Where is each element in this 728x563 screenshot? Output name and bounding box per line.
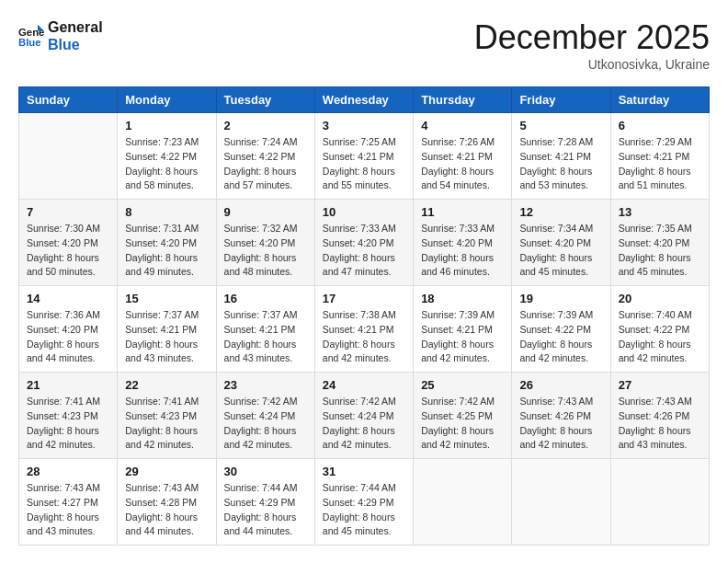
day-number: 12 (519, 205, 602, 219)
day-number: 21 (27, 378, 109, 392)
day-number: 2 (224, 119, 307, 132)
day-info: Sunrise: 7:43 AMSunset: 4:26 PMDaylight:… (519, 395, 602, 453)
calendar-cell: 3Sunrise: 7:25 AMSunset: 4:21 PMDaylight… (314, 113, 413, 200)
header: General Blue General Blue December 2025 … (18, 18, 710, 72)
day-number: 28 (27, 465, 109, 478)
calendar-cell: 27Sunrise: 7:43 AMSunset: 4:26 PMDayligh… (610, 373, 709, 459)
day-number: 9 (224, 205, 307, 219)
calendar-cell: 16Sunrise: 7:37 AMSunset: 4:21 PMDayligh… (216, 286, 314, 373)
calendar-cell: 12Sunrise: 7:34 AMSunset: 4:20 PMDayligh… (512, 200, 610, 286)
logo-blue: Blue (48, 36, 103, 53)
day-number: 14 (27, 292, 109, 305)
day-info: Sunrise: 7:39 AMSunset: 4:22 PMDaylight:… (519, 308, 602, 366)
calendar-cell (19, 113, 118, 200)
calendar-cell: 22Sunrise: 7:41 AMSunset: 4:23 PMDayligh… (118, 373, 216, 459)
calendar-subtitle: Utkonosivka, Ukraine (474, 57, 710, 72)
day-number: 4 (421, 119, 504, 132)
calendar-cell: 1Sunrise: 7:23 AMSunset: 4:22 PMDaylight… (118, 113, 216, 200)
calendar-table: SundayMondayTuesdayWednesdayThursdayFrid… (18, 86, 710, 546)
day-number: 26 (519, 378, 602, 392)
weekday-header-wednesday: Wednesday (314, 87, 413, 113)
day-info: Sunrise: 7:42 AMSunset: 4:25 PMDaylight:… (421, 395, 504, 453)
day-number: 11 (421, 205, 504, 219)
day-number: 1 (125, 119, 208, 132)
calendar-cell: 14Sunrise: 7:36 AMSunset: 4:20 PMDayligh… (19, 286, 118, 373)
day-number: 10 (323, 205, 405, 219)
calendar-week-row: 1Sunrise: 7:23 AMSunset: 4:22 PMDaylight… (19, 113, 710, 200)
day-number: 20 (619, 292, 701, 305)
day-info: Sunrise: 7:42 AMSunset: 4:24 PMDaylight:… (323, 395, 405, 453)
day-number: 19 (519, 292, 602, 305)
day-info: Sunrise: 7:44 AMSunset: 4:29 PMDaylight:… (323, 481, 405, 539)
day-info: Sunrise: 7:39 AMSunset: 4:21 PMDaylight:… (421, 308, 504, 366)
day-info: Sunrise: 7:40 AMSunset: 4:22 PMDaylight:… (619, 308, 701, 366)
logo: General Blue General Blue (18, 18, 103, 53)
weekday-header-row: SundayMondayTuesdayWednesdayThursdayFrid… (19, 87, 710, 113)
day-info: Sunrise: 7:37 AMSunset: 4:21 PMDaylight:… (125, 308, 208, 366)
calendar-cell: 20Sunrise: 7:40 AMSunset: 4:22 PMDayligh… (610, 286, 709, 373)
calendar-cell (610, 459, 709, 546)
weekday-header-saturday: Saturday (610, 87, 709, 113)
day-info: Sunrise: 7:33 AMSunset: 4:20 PMDaylight:… (323, 222, 405, 280)
weekday-header-friday: Friday (512, 87, 610, 113)
day-info: Sunrise: 7:37 AMSunset: 4:21 PMDaylight:… (224, 308, 307, 366)
day-info: Sunrise: 7:24 AMSunset: 4:22 PMDaylight:… (224, 135, 307, 193)
logo-icon: General Blue (18, 23, 44, 49)
calendar-cell: 24Sunrise: 7:42 AMSunset: 4:24 PMDayligh… (314, 373, 413, 459)
calendar-week-row: 7Sunrise: 7:30 AMSunset: 4:20 PMDaylight… (19, 200, 710, 286)
day-number: 29 (125, 465, 208, 478)
day-number: 13 (619, 205, 701, 219)
calendar-cell (414, 459, 512, 546)
calendar-cell: 8Sunrise: 7:31 AMSunset: 4:20 PMDaylight… (118, 200, 216, 286)
day-info: Sunrise: 7:43 AMSunset: 4:27 PMDaylight:… (27, 481, 109, 539)
calendar-cell: 25Sunrise: 7:42 AMSunset: 4:25 PMDayligh… (414, 373, 512, 459)
day-number: 30 (224, 465, 307, 478)
day-info: Sunrise: 7:29 AMSunset: 4:21 PMDaylight:… (619, 135, 701, 193)
day-number: 5 (519, 119, 602, 132)
calendar-cell: 26Sunrise: 7:43 AMSunset: 4:26 PMDayligh… (512, 373, 610, 459)
calendar-cell: 15Sunrise: 7:37 AMSunset: 4:21 PMDayligh… (118, 286, 216, 373)
day-info: Sunrise: 7:33 AMSunset: 4:20 PMDaylight:… (421, 222, 504, 280)
calendar-cell: 11Sunrise: 7:33 AMSunset: 4:20 PMDayligh… (414, 200, 512, 286)
calendar-title: December 2025 (474, 18, 710, 57)
calendar-cell: 17Sunrise: 7:38 AMSunset: 4:21 PMDayligh… (314, 286, 413, 373)
calendar-week-row: 14Sunrise: 7:36 AMSunset: 4:20 PMDayligh… (19, 286, 710, 373)
calendar-cell: 23Sunrise: 7:42 AMSunset: 4:24 PMDayligh… (216, 373, 314, 459)
day-info: Sunrise: 7:36 AMSunset: 4:20 PMDaylight:… (27, 308, 109, 366)
day-number: 25 (421, 378, 504, 392)
day-info: Sunrise: 7:34 AMSunset: 4:20 PMDaylight:… (519, 222, 602, 280)
day-info: Sunrise: 7:32 AMSunset: 4:20 PMDaylight:… (224, 222, 307, 280)
day-number: 23 (224, 378, 307, 392)
calendar-cell: 7Sunrise: 7:30 AMSunset: 4:20 PMDaylight… (19, 200, 118, 286)
day-number: 6 (619, 119, 701, 132)
calendar-cell: 4Sunrise: 7:26 AMSunset: 4:21 PMDaylight… (414, 113, 512, 200)
day-info: Sunrise: 7:41 AMSunset: 4:23 PMDaylight:… (125, 395, 208, 453)
title-area: December 2025 Utkonosivka, Ukraine (474, 18, 710, 72)
calendar-cell: 10Sunrise: 7:33 AMSunset: 4:20 PMDayligh… (314, 200, 413, 286)
weekday-header-thursday: Thursday (414, 87, 512, 113)
day-info: Sunrise: 7:38 AMSunset: 4:21 PMDaylight:… (323, 308, 405, 366)
day-info: Sunrise: 7:43 AMSunset: 4:26 PMDaylight:… (619, 395, 701, 453)
calendar-cell: 21Sunrise: 7:41 AMSunset: 4:23 PMDayligh… (19, 373, 118, 459)
calendar-cell: 18Sunrise: 7:39 AMSunset: 4:21 PMDayligh… (414, 286, 512, 373)
calendar-cell: 13Sunrise: 7:35 AMSunset: 4:20 PMDayligh… (610, 200, 709, 286)
calendar-cell: 31Sunrise: 7:44 AMSunset: 4:29 PMDayligh… (314, 459, 413, 546)
svg-text:Blue: Blue (18, 37, 41, 48)
day-number: 31 (323, 465, 405, 478)
day-number: 24 (323, 378, 405, 392)
day-info: Sunrise: 7:31 AMSunset: 4:20 PMDaylight:… (125, 222, 208, 280)
calendar-cell: 30Sunrise: 7:44 AMSunset: 4:29 PMDayligh… (216, 459, 314, 546)
day-info: Sunrise: 7:26 AMSunset: 4:21 PMDaylight:… (421, 135, 504, 193)
calendar-week-row: 28Sunrise: 7:43 AMSunset: 4:27 PMDayligh… (19, 459, 710, 546)
day-info: Sunrise: 7:28 AMSunset: 4:21 PMDaylight:… (519, 135, 602, 193)
day-number: 7 (27, 205, 109, 219)
day-number: 15 (125, 292, 208, 305)
day-info: Sunrise: 7:23 AMSunset: 4:22 PMDaylight:… (125, 135, 208, 193)
weekday-header-monday: Monday (118, 87, 216, 113)
weekday-header-sunday: Sunday (19, 87, 118, 113)
day-number: 22 (125, 378, 208, 392)
calendar-cell: 2Sunrise: 7:24 AMSunset: 4:22 PMDaylight… (216, 113, 314, 200)
calendar-cell: 28Sunrise: 7:43 AMSunset: 4:27 PMDayligh… (19, 459, 118, 546)
day-number: 18 (421, 292, 504, 305)
weekday-header-tuesday: Tuesday (216, 87, 314, 113)
